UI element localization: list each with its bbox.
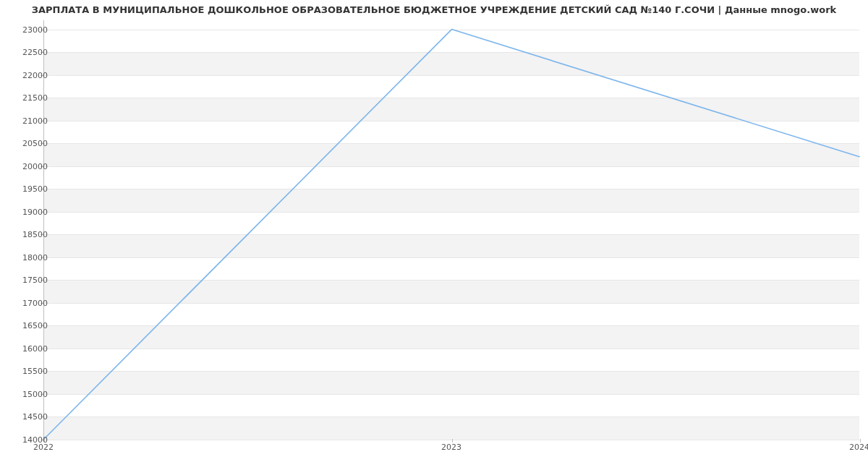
y-axis-label: 18000 [4,252,48,262]
y-axis-label: 21500 [4,93,48,103]
y-axis-label: 22500 [4,48,48,57]
y-axis-label: 17500 [4,275,48,285]
y-axis-label: 20500 [4,139,48,148]
y-axis-label: 18500 [4,230,48,239]
x-axis-label: 2023 [441,443,461,452]
y-axis-label: 17000 [4,298,48,307]
y-axis-label: 20000 [4,161,48,171]
chart-title: ЗАРПЛАТА В МУНИЦИПАЛЬНОЕ ДОШКОЛЬНОЕ ОБРА… [0,4,868,15]
y-axis-label: 16500 [4,321,48,330]
x-axis-label: 2024 [849,443,868,452]
y-axis-label: 14500 [4,412,48,422]
y-axis-label: 19000 [4,207,48,216]
y-axis-label: 23000 [4,25,48,34]
y-axis-label: 16000 [4,343,48,353]
line-series-svg [44,20,859,439]
y-axis-label: 15500 [4,367,48,376]
y-axis-label: 15000 [4,389,48,398]
chart-container: ЗАРПЛАТА В МУНИЦИПАЛЬНОЕ ДОШКОЛЬНОЕ ОБРА… [0,0,868,470]
x-axis-label: 2022 [33,443,54,452]
y-axis-label: 22000 [4,70,48,80]
y-axis-label: 21000 [4,116,48,125]
plot-area [43,20,859,440]
series-line-salary [44,30,859,439]
y-axis-label: 19500 [4,184,48,194]
